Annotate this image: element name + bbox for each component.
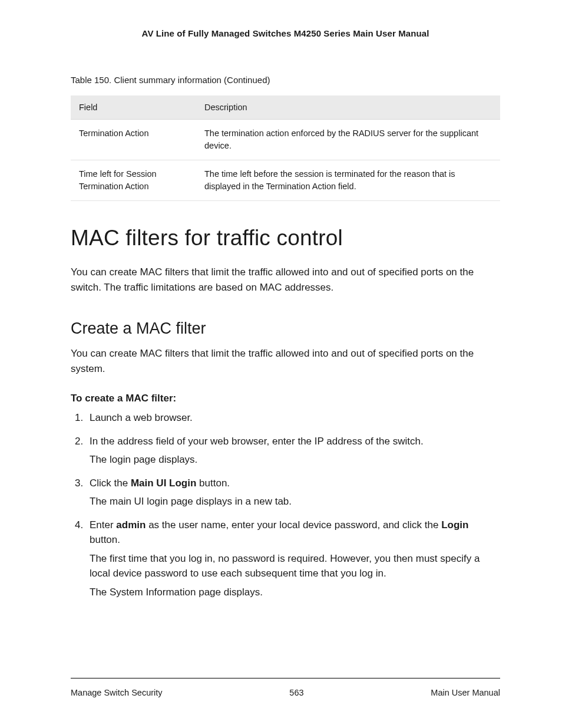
page-header: AV Line of Fully Managed Switches M4250 … — [71, 28, 500, 38]
col-field: Field — [71, 95, 196, 120]
procedure-title: To create a MAC filter: — [71, 393, 500, 404]
cell-description: The time left before the session is term… — [196, 160, 500, 201]
step-4: Enter admin as the user name, enter your… — [86, 518, 500, 600]
page-footer: Manage Switch Security 563 Main User Man… — [71, 678, 500, 697]
step-text-pre: Click the — [90, 477, 131, 489]
subsection-intro: You can create MAC filters that limit th… — [71, 346, 500, 376]
step-3: Click the Main UI Login button. The main… — [86, 476, 500, 509]
footer-row: Manage Switch Security 563 Main User Man… — [71, 688, 500, 697]
col-description: Description — [196, 95, 500, 120]
table-row: Time left for Session Termination Action… — [71, 160, 500, 201]
step-bold: admin — [116, 519, 146, 531]
document-page: AV Line of Fully Managed Switches M4250 … — [0, 0, 562, 728]
step-text-pre: Enter — [90, 519, 116, 531]
step-2: In the address field of your web browser… — [86, 434, 500, 467]
step-note: The login page displays. — [90, 452, 500, 467]
table-caption: Table 150. Client summary information (C… — [71, 75, 500, 85]
step-note: The System Information page displays. — [90, 585, 500, 600]
cell-field: Time left for Session Termination Action — [71, 160, 196, 201]
step-text-post: button. — [196, 477, 230, 489]
step-text-mid: as the user name, enter your local devic… — [146, 519, 441, 531]
client-summary-table: Field Description Termination Action The… — [71, 95, 500, 201]
section-intro: You can create MAC filters that limit th… — [71, 265, 500, 295]
step-text: In the address field of your web browser… — [90, 436, 424, 447]
step-bold: Login — [441, 519, 468, 531]
cell-field: Termination Action — [71, 120, 196, 160]
cell-description: The termination action enforced by the R… — [196, 120, 500, 160]
step-text: Launch a web browser. — [90, 412, 193, 423]
step-1: Launch a web browser. — [86, 410, 500, 426]
footer-left: Manage Switch Security — [71, 688, 163, 697]
step-note: The main UI login page displays in a new… — [90, 494, 500, 509]
subsection-heading: Create a MAC filter — [71, 319, 500, 338]
footer-right: Main User Manual — [431, 688, 500, 697]
footer-rule — [71, 678, 500, 678]
step-note: The first time that you log in, no passw… — [90, 551, 500, 581]
step-bold: Main UI Login — [131, 477, 196, 489]
step-text-post: button. — [90, 534, 120, 545]
table-row: Termination Action The termination actio… — [71, 120, 500, 160]
table-header-row: Field Description — [71, 95, 500, 120]
footer-page-number: 563 — [289, 688, 303, 697]
section-heading: MAC filters for traffic control — [71, 226, 500, 251]
procedure-steps: Launch a web browser. In the address fie… — [71, 410, 500, 608]
